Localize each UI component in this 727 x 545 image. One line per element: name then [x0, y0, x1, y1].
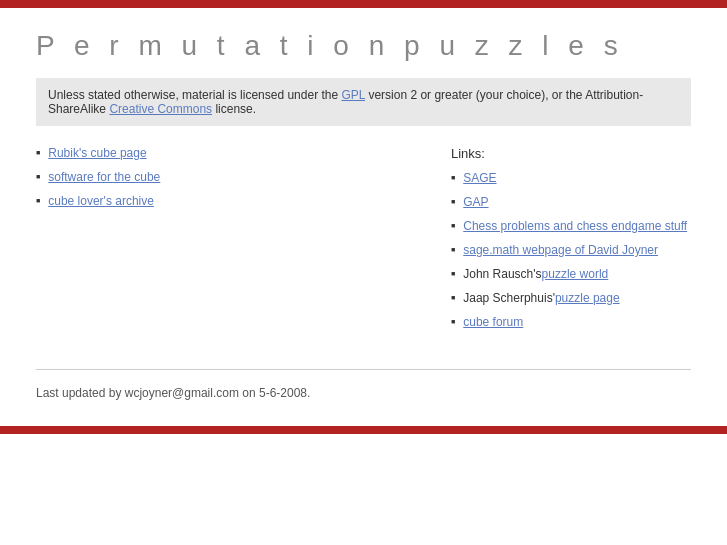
links-label: Links: — [451, 146, 691, 161]
bottom-bar — [0, 426, 727, 434]
top-bar — [0, 0, 727, 8]
software-link[interactable]: software for the cube — [48, 170, 160, 184]
sage-math-link[interactable]: sage.math webpage of David Joyner — [463, 243, 658, 257]
list-item: cube forum — [451, 315, 691, 329]
left-column: Rubik's cube page software for the cube … — [36, 146, 451, 339]
right-column: Links: SAGE GAP Chess problems and chess… — [451, 146, 691, 339]
gpl-link[interactable]: GPL — [341, 88, 365, 102]
list-item: sage.math webpage of David Joyner — [451, 243, 691, 257]
cube-forum-link[interactable]: cube forum — [463, 315, 523, 329]
license-bar: Unless stated otherwise, material is lic… — [36, 78, 691, 126]
list-item: Rubik's cube page — [36, 146, 431, 160]
sage-link[interactable]: SAGE — [463, 171, 496, 185]
license-text-after-cc: license. — [212, 102, 256, 116]
page-title: P e r m u t a t i o n p u z z l e s — [36, 8, 691, 78]
jaap-prefix: Jaap Scherphuis' — [463, 291, 555, 305]
content-area: Rubik's cube page software for the cube … — [36, 146, 691, 339]
rubik-link[interactable]: Rubik's cube page — [48, 146, 146, 160]
list-item: GAP — [451, 195, 691, 209]
list-item: John Rausch's puzzle world — [451, 267, 691, 281]
footer-text: Last updated by wcjoyner@gmail.com on 5-… — [36, 380, 691, 416]
puzzle-page-link[interactable]: puzzle page — [555, 291, 620, 305]
list-item: Jaap Scherphuis' puzzle page — [451, 291, 691, 305]
divider — [36, 369, 691, 370]
john-rausch-prefix: John Rausch's — [463, 267, 541, 281]
license-text-before-gpl: Unless stated otherwise, material is lic… — [48, 88, 341, 102]
right-link-list: SAGE GAP Chess problems and chess endgam… — [451, 171, 691, 329]
gap-link[interactable]: GAP — [463, 195, 488, 209]
list-item: software for the cube — [36, 170, 431, 184]
list-item: cube lover's archive — [36, 194, 431, 208]
list-item: SAGE — [451, 171, 691, 185]
puzzle-world-link[interactable]: puzzle world — [542, 267, 609, 281]
left-link-list: Rubik's cube page software for the cube … — [36, 146, 431, 208]
archive-link[interactable]: cube lover's archive — [48, 194, 154, 208]
creative-commons-link[interactable]: Creative Commons — [109, 102, 212, 116]
chess-link[interactable]: Chess problems and chess endgame stuff — [463, 219, 687, 233]
list-item: Chess problems and chess endgame stuff — [451, 219, 691, 233]
